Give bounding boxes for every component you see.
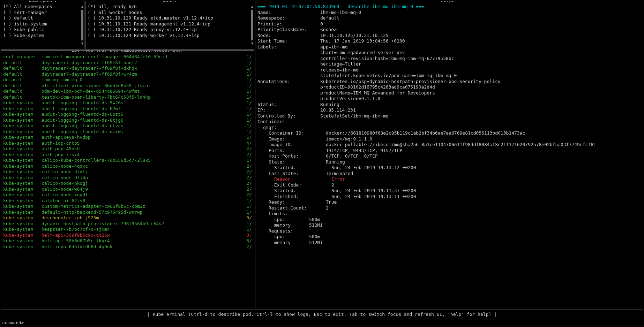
pod-name: audit-logging-fluentd-ds-62wll [42,106,241,112]
pod-name: nfs-client-provisioner-86d54d8b59-jtscn [42,83,241,89]
pod-row[interactable]: kube-systemcustom-metrics-adapter-c966f8… [3,204,252,210]
command-input[interactable]: command> [1,319,643,327]
output-line: cpu:500m [257,217,641,223]
pods-panel[interactable]: 130 Pods (ns: all-namespaces, nodes: all… [1,50,254,310]
pod-status: 1/ [241,71,252,77]
pod-namespace: default [3,89,42,94]
pod-row[interactable]: kube-systemhelm-api-569f9b5c9c-q425w0/ [3,233,252,238]
pod-name: auth-idp-cntb5 [42,140,241,146]
pod-row[interactable]: kube-systemdynamic-hostpath-provisioner-… [3,221,252,227]
output-line: Container ID:docker://661810980f68e2c85b… [257,130,641,136]
pod-name: dynamic-hostpath-provisioner-796f9564b9-… [42,221,241,227]
pod-status: 2/ [241,152,252,158]
output-line: heritage=Tiller [257,61,641,67]
pod-namespace: kube-system [3,129,42,135]
pod-name: ibm-mq-ibm-mq-0 [42,77,241,83]
pod-namespace: kube-system [3,117,42,123]
pod-row[interactable]: kube-systemcalico-kube-controllers-76b55… [3,158,252,164]
pod-row[interactable]: kube-systemaudit-logging-fluentd-ds-qzxw… [3,129,252,135]
pod-row[interactable]: defaultdaytrader7-daytrader7-ff69f8f-dxh… [3,66,252,71]
output-panel[interactable]: Output === 2019-03-22T07:01:50.833969 - … [255,1,643,310]
namespace-item[interactable]: ( ) istio-system [3,21,82,27]
pod-row[interactable]: kube-systemauth-apikeys-hvdpp1/ [3,135,252,140]
output-line: memory:512Mi [257,222,641,228]
scrollbar[interactable]: ▲▼ [81,4,84,46]
node-item[interactable]: ( ) 10.31.10.120 Ready etcd,master v1.12… [88,15,252,21]
namespaces-panel[interactable]: Namespaces (*) All namespaces( ) cert-ma… [1,1,84,50]
pod-name: daytrader7-daytrader7-ff69f8f-5pdf2 [42,60,241,66]
pod-row[interactable]: kube-systemcalico-node-dtdlj2/ [3,169,252,175]
command-prompt: command> [2,320,24,325]
output-line: Start Time:Thu, 17 Jan 2019 13:04:56 +02… [257,38,641,44]
pod-row[interactable]: kube-systemcalico-node-nkqgj2/ [3,181,252,187]
output-line: Node:10.31.10.125/10.31.10.125 [257,33,641,39]
namespaces-title: Namespaces [28,1,58,4]
pod-row[interactable]: defaultdaytrader7-daytrader7-ff69f8f-wr4… [3,71,252,77]
pod-name: helm-api-569f9b5c9c-q425w [42,233,241,238]
pod-row[interactable]: kube-systemcalico-node-w64j92/ [3,187,252,192]
namespace-item[interactable]: (*) All namespaces [3,4,82,10]
pod-row[interactable]: kube-systemaudit-logging-fluentd-ds-8tjg… [3,117,252,123]
pod-row[interactable]: defaultnfs-client-provisioner-86d54d8b59… [3,83,252,89]
pod-name: ibm-cert-manager-cert-manager-664d84fcf6… [42,54,241,60]
output-line: Namespace:default [257,15,641,21]
pod-status: 2/ [241,169,252,175]
nodes-panel[interactable]: Nodes (*) all, ready 6/6( ) all worker n… [85,1,254,50]
pod-row[interactable]: defaulttestok-ibm-open-liberty-7bc64c58f… [3,94,252,100]
pod-row[interactable]: kube-systemcalico-node-4qdxc2/ [3,164,252,169]
pod-name: calico-kube-controllers-76b556d5c7-2l8k5 [42,158,241,164]
pod-row[interactable]: kube-systemaudit-logging-fluentd-ds-nlvc… [3,123,252,129]
pod-name: calico-node-xggdl [42,192,241,198]
pod-status: 2/ [241,146,252,152]
pod-row[interactable]: kube-systemaudit-logging-fluentd-ds-5w26… [3,100,252,106]
node-item[interactable]: ( ) 10.31.10.124 Ready worker v1.12.4+ic… [88,33,252,39]
pod-row[interactable]: kube-systemauth-idp-cntb54/ [3,140,252,146]
node-item[interactable]: ( ) 10.31.10.121 Ready management v1.12.… [88,21,252,27]
namespace-item[interactable]: ( ) kube-public [3,27,82,33]
pod-row[interactable]: kube-systemaudit-logging-fluentd-ds-62wl… [3,106,252,112]
output-line: Reason:Error [257,176,641,182]
pod-row[interactable]: kube-systemheapster-7b7bc7cf7c-sjxm41/ [3,227,252,233]
pod-row[interactable]: kube-systemdefault-http-backend-57c97649… [3,210,252,215]
output-line: productVersion=9.1.1.0 [257,96,641,102]
pod-namespace: kube-system [3,233,42,238]
namespace-item[interactable]: ( ) default [3,15,82,21]
pod-name: calico-node-w64j9 [42,187,241,192]
namespace-item[interactable]: ( ) kube-system [3,33,82,39]
pod-row[interactable]: kube-systemauth-pdp-klsr42/ [3,152,252,158]
pod-name: helm-repo-6d5fdfdb6d-4q9nk [42,244,241,250]
pod-name: testok-ibm-open-liberty-7bc64c58f5-ld44p [42,94,241,100]
pod-row[interactable]: kube-systemcalico-node-xggdl2/ [3,192,252,198]
pod-namespace: kube-system [3,198,42,204]
pod-status: 1/ [241,227,252,233]
pod-row[interactable]: kube-systemaudit-logging-fluentd-ds-6pzt… [3,112,252,117]
pod-name: odm-dev-ibm-odm-dev-6544c85694-4wfmt [42,89,241,94]
pod-name: calico-node-4qdxc [42,164,241,169]
pod-namespace: default [3,83,42,89]
node-item[interactable]: ( ) 10.31.10.122 Ready proxy v1.12.4+icp [88,27,252,33]
pod-status: 0/ [241,233,252,238]
pod-row[interactable]: defaultdaytrader7-daytrader7-ff69f8f-5pd… [3,60,252,66]
pod-row[interactable]: kube-systemcalico-node-dtj4p2/ [3,175,252,181]
pod-row[interactable]: kube-systemdescheduler-job-j925m0/ [3,215,252,221]
pod-row[interactable]: cert-manageribm-cert-manager-cert-manage… [3,54,252,60]
pod-name: calico-node-nkqgj [42,181,241,187]
pod-namespace: kube-system [3,187,42,192]
pod-row[interactable]: kube-systemhelm-repo-6d5fdfdb6d-4q9nk2/ [3,244,252,250]
pod-row[interactable]: defaultodm-dev-ibm-odm-dev-6544c85694-4w… [3,89,252,94]
node-item[interactable]: ( ) all worker nodes [88,10,252,16]
pod-status: 2/ [241,164,252,169]
pod-row[interactable]: defaultibm-mq-ibm-mq-01/ [3,77,252,83]
output-header: === 2019-03-22T07:01:50.833969 - describ… [257,4,424,9]
pod-status: 2/ [241,187,252,192]
pod-row[interactable]: kube-systemauth-pap-45nkb2/ [3,146,252,152]
pod-row[interactable]: kube-systemcatalog-ui-62rs81/ [3,198,252,204]
pod-row[interactable]: kube-systemhelm-api-58b6d67b5c-lkqr43/ [3,238,252,244]
pod-namespace: cert-manager [3,54,42,60]
scrollbar[interactable]: ▲▼ [250,4,254,46]
namespace-item[interactable]: ( ) cert-manager [3,10,82,16]
pod-status: 1/ [241,89,252,94]
node-item[interactable]: (*) all, ready 6/6 [88,4,252,10]
pod-name: audit-logging-fluentd-ds-6pzt5 [42,112,241,117]
pod-name: audit-logging-fluentd-ds-8tjg6 [42,117,241,123]
